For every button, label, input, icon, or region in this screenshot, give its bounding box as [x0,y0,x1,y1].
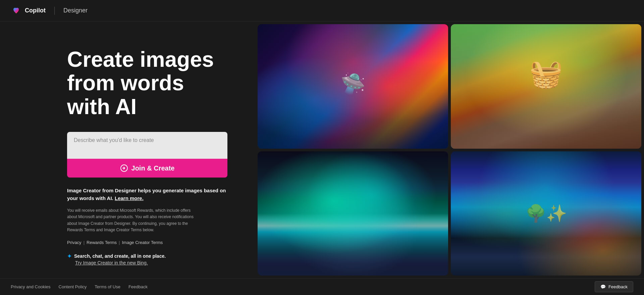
bing-icon: ✦ [67,253,71,259]
main-container: Create images from words with AI Join & … [0,21,644,278]
left-panel: Create images from words with AI Join & … [0,21,255,278]
footer-content-policy[interactable]: Content Policy [59,284,87,289]
learn-more-link[interactable]: Learn more. [115,195,144,201]
image-card-fantasy [451,151,641,276]
header-divider [54,7,55,15]
promo-bold-text: Search, chat, and create, all in one pla… [74,253,166,259]
footer-terms-of-use[interactable]: Terms of Use [95,284,120,289]
info-bold-text: Image Creator from Designer helps you ge… [67,187,227,202]
hero-title: Create images from words with AI [67,48,228,118]
feedback-button[interactable]: 💬 Feedback [595,281,633,292]
designer-label: Designer [63,7,88,14]
info-small-text: You will receive emails about Microsoft … [67,207,201,233]
join-create-label: Join & Create [131,164,175,172]
image-card-picnic [451,24,641,149]
feedback-icon: 💬 [600,284,606,289]
rewards-terms-link[interactable]: Rewards Terms [87,240,117,245]
logo-area: Copilot Designer [11,5,88,16]
join-create-button[interactable]: Join & Create [67,159,227,178]
image-card-aurora [258,151,448,276]
image-card-sci-fi [258,24,448,149]
separator-2: | [119,240,120,245]
try-bing-link[interactable]: Try Image Creator in the new Bing. [75,260,228,265]
footer: Privacy and Cookies Content Policy Terms… [0,278,644,295]
separator-1: | [84,240,85,245]
links-row: Privacy | Rewards Terms | Image Creator … [67,240,228,245]
image-creator-terms-link[interactable]: Image Creator Terms [122,240,163,245]
copilot-icon [11,5,21,16]
privacy-link[interactable]: Privacy [67,240,82,245]
copilot-logo-text: Copilot [25,7,46,14]
send-icon [120,164,128,172]
prompt-input[interactable] [67,132,227,159]
feedback-label: Feedback [608,284,628,289]
footer-feedback-link[interactable]: Feedback [128,284,148,289]
footer-privacy-cookies[interactable]: Privacy and Cookies [11,284,51,289]
bing-promo: ✦ Search, chat, and create, all in one p… [67,253,228,265]
header: Copilot Designer [0,0,644,21]
image-grid [255,21,644,278]
